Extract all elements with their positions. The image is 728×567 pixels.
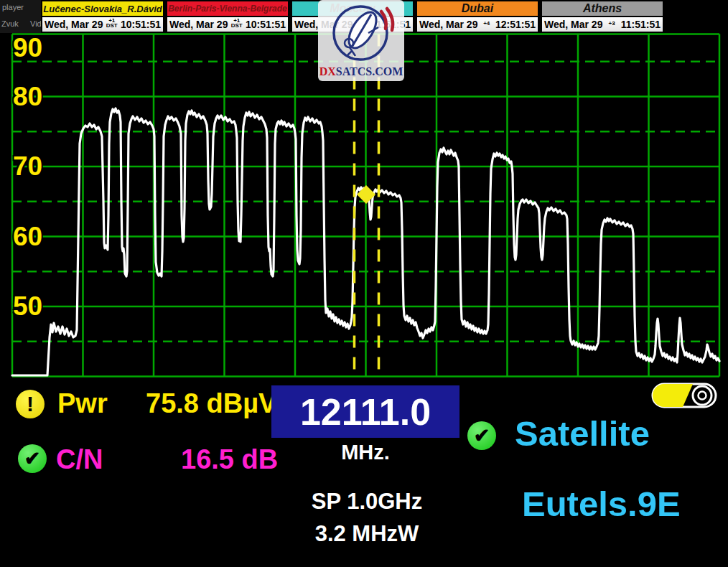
clock-lucenec: Lučenec-Slovakia_R.Dávid Wed, Mar 29 +1 … [41,0,164,33]
background-menu: player Zvuk Vid [0,0,41,33]
power-label: Pwr [57,390,108,417]
frequency-field[interactable]: 12111.0 [271,385,459,438]
clock-timezone: +1 DST [231,18,243,28]
clock-time: Wed, Mar 29 +4 12:51:51 [417,17,538,32]
satellite-ok-check-icon: ✔ [467,421,496,450]
clock-hms: 12:51:51 [495,19,536,30]
clock-date: Wed, Mar 29 [544,19,602,30]
cn-value: 16.5 dB [181,446,278,473]
readout-panel: ! Pwr 75.8 dBµV ✔ C/N 16.5 dB 12111.0 MH… [0,380,728,567]
clock-city-label: Athens [542,1,663,17]
dxsatcs-logo: DXSATCS.COM [318,0,404,81]
warning-icon: ! [16,390,45,418]
menu-item-sound[interactable]: Zvuk [1,19,19,28]
battery-icon [651,381,720,410]
satellite-label: Satellite [515,416,650,451]
clock-hms: 10:51:51 [246,19,286,30]
clock-date: Wed, Mar 29 [419,19,477,30]
clock-city-label: Dubai [417,1,538,17]
frequency-unit: MHz. [271,441,459,464]
clock-timezone: +4 [483,21,490,26]
clock-time: Wed, Mar 29 +1 DST 10:51:51 [167,17,288,32]
clock-timezone: +1 DST [106,18,118,28]
clock-time: Wed, Mar 29 +3 11:51:51 [542,17,663,32]
y-axis-label-50: 50 [13,293,42,319]
satellite-dish-icon [318,0,404,66]
clock-hms: 11:51:51 [621,19,661,30]
bandwidth-readout: 3.2 MHzW [273,523,461,545]
logo-text: DXSATCS.COM [318,65,404,78]
power-value: 75.8 dBµV [146,390,276,417]
y-axis-label-70: 70 [13,153,42,179]
y-axis-label-60: 60 [13,223,42,250]
menu-item-player[interactable]: player [2,3,24,11]
span-readout: SP 1.0GHz [273,490,461,512]
y-axis-label-80: 80 [13,83,42,110]
cn-ok-check-icon: ✔ [18,444,47,473]
menu-item-video[interactable]: Vid [30,19,42,28]
satellite-name: Eutels.9E [522,487,681,522]
clock-hms: 10:51:51 [121,19,161,30]
clock-dubai: Dubai Wed, Mar 29 +4 12:51:51 [416,0,539,33]
clock-time: Wed, Mar 29 +1 DST 10:51:51 [42,17,163,32]
clock-athens: Athens Wed, Mar 29 +3 11:51:51 [541,0,664,33]
clock-city-label: Berlin-Paris-Vienna-Belgrade [167,1,288,17]
clock-timezone: +3 [609,21,615,26]
clock-berlin: Berlin-Paris-Vienna-Belgrade Wed, Mar 29… [166,0,289,33]
clock-city-label: Lučenec-Slovakia_R.Dávid [42,1,163,17]
y-axis-label-90: 90 [13,34,42,61]
clock-date: Wed, Mar 29 [45,19,103,30]
clock-date: Wed, Mar 29 [169,19,228,30]
cn-label: C/N [56,446,103,473]
